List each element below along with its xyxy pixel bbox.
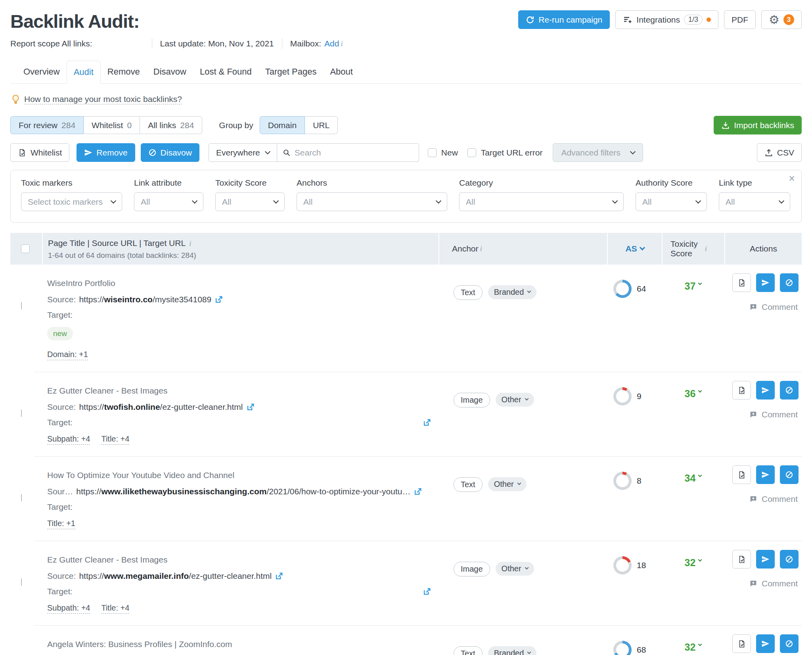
remove-button[interactable]: Remove (77, 143, 135, 162)
link-attribute-select[interactable]: All (134, 192, 203, 211)
external-link-icon[interactable] (275, 572, 283, 580)
remove-action-button[interactable] (756, 465, 775, 484)
disavow-action-button[interactable] (780, 550, 799, 569)
row-checkbox[interactable] (21, 302, 22, 309)
tab-audit[interactable]: Audit (67, 61, 101, 84)
whitelist-action-button[interactable] (732, 273, 751, 292)
rerun-campaign-button[interactable]: Re-run campaign (518, 10, 610, 29)
page-title-cell: How To Optimize Your Youtube Video and C… (47, 471, 439, 480)
pdf-button[interactable]: PDF (724, 10, 756, 29)
row-checkbox[interactable] (21, 409, 22, 417)
source-url: Sour… https://www.ilikethewaybusinessisc… (47, 487, 439, 496)
segment-for-review[interactable]: For review 284 (10, 116, 84, 134)
authority-score-value: 64 (637, 284, 646, 294)
disavow-action-button[interactable] (780, 465, 799, 484)
segment-whitelist[interactable]: Whitelist 0 (83, 116, 140, 134)
whitelist-action-button[interactable] (732, 550, 751, 569)
disavow-action-button[interactable] (780, 273, 799, 292)
remove-action-button[interactable] (756, 634, 775, 653)
authority-score-donut (613, 387, 632, 405)
whitelist-action-button[interactable] (732, 465, 751, 484)
send-icon (761, 555, 770, 563)
anchor-category-dropdown[interactable]: Branded (488, 646, 537, 655)
settings-button[interactable]: ⚙ 3 (761, 10, 802, 29)
toxicity-score-dropdown[interactable]: 32 (662, 626, 724, 655)
checkbox[interactable] (467, 148, 476, 157)
row-checkbox[interactable] (21, 578, 22, 586)
toxicity-score-dropdown[interactable]: 34 (662, 457, 724, 529)
anchor-type-badge: Text (454, 285, 483, 300)
mailbox-add-link[interactable]: Add (324, 39, 339, 48)
export-csv-button[interactable]: CSV (757, 143, 802, 162)
external-link-icon[interactable] (414, 487, 422, 496)
disavow-button[interactable]: Disavow (141, 143, 199, 162)
tab-lost-found[interactable]: Lost & Found (193, 61, 259, 83)
for-review-count: 284 (61, 121, 75, 130)
anchor-category-dropdown[interactable]: Other (488, 477, 527, 491)
title-expand-link[interactable]: Title: +4 (101, 603, 129, 614)
comment-button[interactable]: Comment (724, 410, 802, 419)
remove-action-button[interactable] (756, 381, 775, 400)
external-link-icon[interactable] (423, 418, 431, 427)
comment-button[interactable]: Comment (724, 302, 802, 312)
target-url-error-checkbox[interactable]: Target URL error (467, 148, 543, 158)
toxicity-score-select[interactable]: All (215, 192, 285, 211)
external-link-icon[interactable] (214, 295, 223, 304)
tab-target-pages[interactable]: Target Pages (259, 61, 324, 83)
action-controls: Whitelist Remove Disavow Everywhere New (10, 143, 802, 162)
category-select[interactable]: All (459, 192, 624, 211)
title-expand-link[interactable]: Title: +4 (101, 434, 129, 445)
disavow-action-button[interactable] (780, 634, 799, 653)
checkbox[interactable] (428, 148, 437, 157)
segment-all-links[interactable]: All links 284 (140, 116, 202, 134)
export-icon (764, 148, 773, 157)
tab-remove[interactable]: Remove (101, 61, 147, 83)
external-link-icon[interactable] (423, 587, 431, 596)
close-icon[interactable]: × (789, 173, 795, 184)
authority-score-value: 8 (637, 476, 642, 486)
select-all-checkbox[interactable] (21, 244, 30, 253)
comment-icon (749, 303, 758, 311)
toxicity-score-dropdown[interactable]: 36 (662, 372, 724, 445)
anchors-select[interactable]: All (297, 192, 447, 211)
link-type-select[interactable]: All (719, 192, 790, 211)
whitelist-button[interactable]: Whitelist (10, 143, 69, 162)
external-link-icon[interactable] (246, 403, 255, 411)
tab-disavow[interactable]: Disavow (147, 61, 193, 83)
toxic-markers-select[interactable]: Select toxic markers (21, 192, 122, 211)
remove-action-button[interactable] (756, 273, 775, 292)
subpath-expand-link[interactable]: Subpath: +4 (47, 434, 90, 445)
new-filter-checkbox[interactable]: New (428, 148, 458, 158)
authority-score-select[interactable]: All (636, 192, 707, 211)
subpath-expand-link[interactable]: Subpath: +4 (47, 603, 90, 614)
anchor-category-dropdown[interactable]: Other (496, 562, 534, 576)
authority-score-donut (613, 472, 632, 490)
row-checkbox[interactable] (21, 494, 22, 501)
domain-expand-link[interactable]: Domain: +1 (47, 350, 88, 360)
table-row: Ez Gutter Cleaner - Best Images Source: … (10, 541, 802, 626)
as-column-header[interactable]: AS (607, 233, 662, 265)
anchor-category-dropdown[interactable]: Branded (488, 285, 537, 299)
remove-action-button[interactable] (756, 550, 775, 569)
anchor-category-dropdown[interactable]: Other (496, 393, 534, 407)
search-input[interactable] (295, 148, 413, 158)
group-by-label: Group by (219, 121, 253, 130)
search-scope-dropdown[interactable]: Everywhere (209, 143, 277, 162)
advanced-filters-dropdown[interactable]: Advanced filters (553, 143, 643, 162)
whitelist-action-button[interactable] (732, 381, 751, 400)
disavow-action-button[interactable] (780, 381, 799, 400)
comment-button[interactable]: Comment (724, 579, 802, 588)
import-backlinks-button[interactable]: Import backlinks (714, 116, 802, 134)
title-expand-link[interactable]: Title: +1 (47, 519, 75, 529)
segment-domain[interactable]: Domain (260, 116, 305, 134)
integrations-button[interactable]: Integrations 1/3 (615, 10, 718, 29)
anchor-column-header: Anchori (439, 233, 607, 265)
tab-about[interactable]: About (323, 61, 360, 83)
tab-overview[interactable]: Overview (17, 61, 67, 83)
toxicity-score-dropdown[interactable]: 32 (662, 541, 724, 614)
whitelist-action-button[interactable] (732, 634, 751, 653)
toxicity-score-dropdown[interactable]: 37 (662, 265, 724, 360)
comment-button[interactable]: Comment (724, 494, 802, 504)
toxic-backlinks-help-link[interactable]: How to manage your most toxic backlinks? (24, 94, 182, 104)
segment-url[interactable]: URL (304, 116, 338, 134)
